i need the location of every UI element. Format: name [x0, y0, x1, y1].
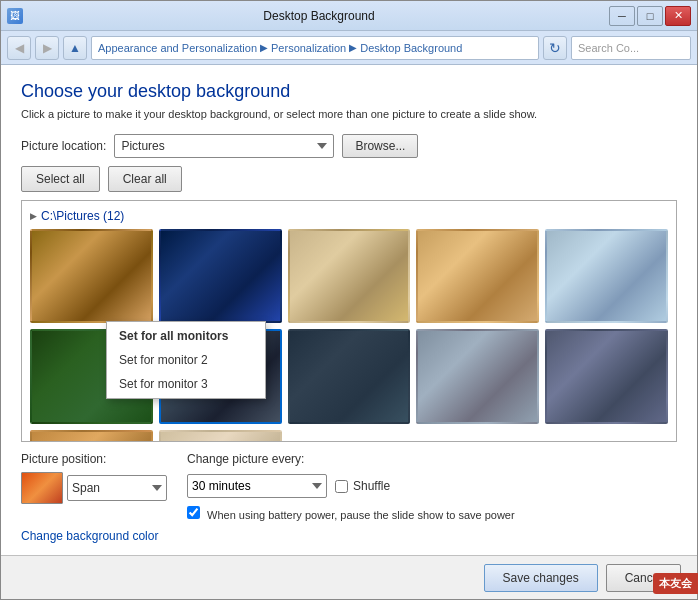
image-8[interactable]	[288, 329, 411, 423]
shuffle-label[interactable]: Shuffle	[353, 479, 390, 493]
footer: Save changes Cancel	[1, 555, 697, 599]
change-label: Change picture every:	[187, 452, 677, 466]
path-appearance[interactable]: Appearance and Personalization	[98, 42, 257, 54]
close-button[interactable]: ✕	[665, 6, 691, 26]
image-4[interactable]	[416, 229, 539, 323]
save-changes-button[interactable]: Save changes	[484, 564, 598, 592]
address-path[interactable]: Appearance and Personalization ▶ Persona…	[91, 36, 539, 60]
image-1[interactable]	[30, 229, 153, 323]
change-row: 1 minute 2 minutes 5 minutes 10 minutes …	[187, 474, 677, 498]
forward-button[interactable]: ▶	[35, 36, 59, 60]
back-button[interactable]: ◀	[7, 36, 31, 60]
ctx-set-all-monitors[interactable]: Set for all monitors	[107, 324, 265, 348]
image-2[interactable]	[159, 229, 282, 323]
refresh-button[interactable]: ↻	[543, 36, 567, 60]
minimize-button[interactable]: ─	[609, 6, 635, 26]
select-clear-row: Select all Clear all	[21, 166, 677, 192]
interval-select[interactable]: 1 minute 2 minutes 5 minutes 10 minutes …	[187, 474, 327, 498]
window-icon: 🖼	[7, 8, 23, 24]
location-row: Picture location: Pictures Windows Deskt…	[21, 134, 677, 158]
title-bar: 🖼 Desktop Background ─ □ ✕	[1, 1, 697, 31]
image-3[interactable]	[288, 229, 411, 323]
position-select[interactable]: Fill Fit Stretch Tile Center Span	[67, 475, 167, 501]
shuffle-checkbox[interactable]	[335, 480, 348, 493]
image-10[interactable]	[545, 329, 668, 423]
browse-button[interactable]: Browse...	[342, 134, 418, 158]
position-preview	[21, 472, 63, 504]
path-desktop-bg[interactable]: Desktop Background	[360, 42, 462, 54]
location-select[interactable]: Pictures Windows Desktop Backgrounds Top…	[114, 134, 334, 158]
folder-label: C:\Pictures (12)	[30, 209, 668, 223]
image-5[interactable]	[545, 229, 668, 323]
location-label: Picture location:	[21, 139, 106, 153]
main-content: Choose your desktop background Click a p…	[1, 65, 697, 555]
search-placeholder: Search Co...	[578, 42, 639, 54]
battery-checkbox[interactable]	[187, 506, 200, 519]
position-selector: Fill Fit Stretch Tile Center Span	[21, 472, 167, 504]
search-box[interactable]: Search Co...	[571, 36, 691, 60]
position-section: Picture position: Fill Fit Stretch Tile …	[21, 452, 167, 504]
clear-all-button[interactable]: Clear all	[108, 166, 182, 192]
maximize-button[interactable]: □	[637, 6, 663, 26]
image-9[interactable]	[416, 329, 539, 423]
image-11[interactable]	[30, 430, 153, 442]
watermark: 本友会	[653, 573, 698, 594]
context-menu: Set for all monitors Set for monitor 2 S…	[106, 321, 266, 399]
ctx-set-monitor-2[interactable]: Set for monitor 2	[107, 348, 265, 372]
bottom-section: Picture position: Fill Fit Stretch Tile …	[21, 452, 677, 521]
path-personalization[interactable]: Personalization	[271, 42, 346, 54]
change-section: Change picture every: 1 minute 2 minutes…	[187, 452, 677, 521]
page-title: Choose your desktop background	[21, 81, 677, 102]
up-button[interactable]: ▲	[63, 36, 87, 60]
select-all-button[interactable]: Select all	[21, 166, 100, 192]
address-bar: ◀ ▶ ▲ Appearance and Personalization ▶ P…	[1, 31, 697, 65]
window-controls: ─ □ ✕	[609, 6, 691, 26]
position-label: Picture position:	[21, 452, 167, 466]
window-title: Desktop Background	[29, 9, 609, 23]
page-subtitle: Click a picture to make it your desktop …	[21, 108, 677, 120]
image-12[interactable]	[159, 430, 282, 442]
battery-row: When using battery power, pause the slid…	[187, 506, 677, 521]
ctx-set-monitor-3[interactable]: Set for monitor 3	[107, 372, 265, 396]
image-grid-container[interactable]: C:\Pictures (12) ✓ Set for all monit	[21, 200, 677, 442]
desktop-background-window: 🖼 Desktop Background ─ □ ✕ ◀ ▶ ▲ Appeara…	[0, 0, 698, 600]
change-bg-color-link[interactable]: Change background color	[21, 529, 677, 543]
battery-label[interactable]: When using battery power, pause the slid…	[207, 509, 515, 521]
shuffle-row: Shuffle	[335, 479, 390, 493]
